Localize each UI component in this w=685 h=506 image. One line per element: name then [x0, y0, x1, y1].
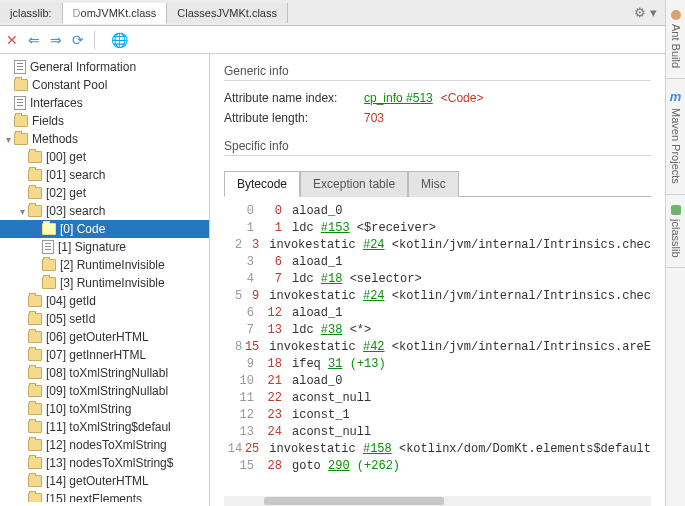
- folder-icon: [14, 133, 28, 145]
- horizontal-scrollbar[interactable]: [224, 496, 651, 506]
- bc-offset: 23: [254, 407, 284, 424]
- tree-row[interactable]: Constant Pool: [0, 76, 209, 94]
- bc-offset: 13: [254, 322, 284, 339]
- bc-instruction: invokestatic #42 <kotlin/jvm/internal/In…: [261, 339, 651, 356]
- tree-label: [05] setId: [46, 312, 95, 326]
- file-icon: [14, 60, 26, 74]
- tab-classes-class[interactable]: ClassesJVMKt.class: [167, 3, 288, 23]
- tree-row[interactable]: General Information: [0, 58, 209, 76]
- tree-arrow-icon[interactable]: [2, 134, 14, 145]
- tree-label: [04] getId: [46, 294, 96, 308]
- bc-offset: 24: [254, 424, 284, 441]
- tree-row[interactable]: [10] toXmlString: [0, 400, 209, 418]
- tree-row[interactable]: [15] nextElements: [0, 490, 209, 502]
- tree-row[interactable]: [0] Code: [0, 220, 209, 238]
- bc-ref-link[interactable]: #24: [363, 238, 385, 252]
- attr-name-index-label: Attribute name index:: [224, 91, 364, 105]
- bc-instruction: aload_0: [284, 203, 342, 220]
- bc-comment: <*>: [350, 323, 372, 337]
- tree-row[interactable]: [09] toXmlStringNullabl: [0, 382, 209, 400]
- bc-offset: 1: [254, 220, 284, 237]
- generic-info-title: Generic info: [224, 64, 651, 78]
- tree-row[interactable]: [08] toXmlStringNullabl: [0, 364, 209, 382]
- structure-tree[interactable]: General InformationConstant PoolInterfac…: [0, 58, 209, 502]
- bc-instruction: aconst_null: [284, 390, 371, 407]
- bc-line-num: 15: [224, 458, 254, 475]
- bc-comment: <selector>: [350, 272, 422, 286]
- bc-ref-link[interactable]: #153: [321, 221, 350, 235]
- tree-row[interactable]: [04] getId: [0, 292, 209, 310]
- bc-ref-link[interactable]: #24: [363, 289, 385, 303]
- tree-row[interactable]: [01] search: [0, 166, 209, 184]
- tree-row[interactable]: [12] nodesToXmlString: [0, 436, 209, 454]
- bc-instruction: aload_0: [284, 373, 342, 390]
- bc-line-num: 11: [224, 390, 254, 407]
- tree-label: [14] getOuterHTML: [46, 474, 149, 488]
- close-icon[interactable]: ✕: [6, 32, 18, 48]
- tree-row[interactable]: [14] getOuterHTML: [0, 472, 209, 490]
- bc-line-num: 4: [224, 271, 254, 288]
- attr-name-index-link[interactable]: cp_info #513: [364, 91, 433, 105]
- folder-icon: [28, 331, 42, 343]
- bc-comment: <kotlin/jvm/internal/Intrinsics.chec: [392, 238, 651, 252]
- folder-icon: [28, 439, 42, 451]
- bytecode-row: 23invokestatic #24 <kotlin/jvm/internal/…: [224, 237, 651, 254]
- tree-row[interactable]: Fields: [0, 112, 209, 130]
- bytecode-row: 1528goto 290 (+262): [224, 458, 651, 475]
- bc-line-num: 0: [224, 203, 254, 220]
- tree-row[interactable]: [06] getOuterHTML: [0, 328, 209, 346]
- bc-offset: 22: [254, 390, 284, 407]
- tree-row[interactable]: Interfaces: [0, 94, 209, 112]
- tab-dom-class[interactable]: DomJVMKt.class: [63, 3, 168, 24]
- tree-row[interactable]: [07] getInnerHTML: [0, 346, 209, 364]
- browser-icon[interactable]: 🌐: [111, 32, 128, 48]
- tree-row[interactable]: [13] nodesToXmlString$: [0, 454, 209, 472]
- refresh-icon[interactable]: ⟳: [72, 32, 84, 48]
- folder-icon: [28, 205, 42, 217]
- bytecode-row: 1223iconst_1: [224, 407, 651, 424]
- side-tab-maven[interactable]: mMaven Projects: [666, 79, 685, 195]
- tree-row[interactable]: [00] get: [0, 148, 209, 166]
- tree-row[interactable]: [1] Signature: [0, 238, 209, 256]
- back-icon[interactable]: ⇐: [28, 32, 40, 48]
- tree-label: [01] search: [46, 168, 105, 182]
- tree-row[interactable]: [03] search: [0, 202, 209, 220]
- folder-icon: [28, 151, 42, 163]
- tree-label: [2] RuntimeInvisible: [60, 258, 165, 272]
- bc-ref-link[interactable]: #38: [321, 323, 343, 337]
- bc-instruction: ldc #38 <*>: [284, 322, 371, 339]
- bc-line-num: 7: [224, 322, 254, 339]
- bytecode-row: 713ldc #38 <*>: [224, 322, 651, 339]
- bytecode-row: 59invokestatic #24 <kotlin/jvm/internal/…: [224, 288, 651, 305]
- bc-ref-link[interactable]: 31: [328, 357, 342, 371]
- folder-icon: [42, 277, 56, 289]
- bytecode-view[interactable]: 00aload_011ldc #153 <$receiver>23invokes…: [224, 197, 651, 496]
- tree-arrow-icon[interactable]: [16, 206, 28, 217]
- sub-tab-exception-table[interactable]: Exception table: [300, 171, 408, 197]
- gear-icon[interactable]: ⚙ ▾: [626, 5, 665, 20]
- sub-tab-misc[interactable]: Misc: [408, 171, 459, 197]
- sub-tabs: BytecodeException tableMisc: [224, 170, 651, 197]
- side-tab-jclasslib[interactable]: jclasslib: [666, 195, 685, 269]
- folder-icon: [28, 457, 42, 469]
- forward-icon[interactable]: ⇒: [50, 32, 62, 48]
- tree-row[interactable]: [05] setId: [0, 310, 209, 328]
- bc-ref-link[interactable]: #158: [363, 442, 392, 456]
- bc-ref-link[interactable]: #42: [363, 340, 385, 354]
- tree-label: Fields: [32, 114, 64, 128]
- bc-ref-link[interactable]: 290: [328, 459, 350, 473]
- tree-row[interactable]: [3] RuntimeInvisible: [0, 274, 209, 292]
- bc-line-num: 10: [224, 373, 254, 390]
- folder-icon: [14, 115, 28, 127]
- tree-row[interactable]: Methods: [0, 130, 209, 148]
- tree-row[interactable]: [11] toXmlString$defaul: [0, 418, 209, 436]
- side-tab-ant-build[interactable]: Ant Build: [666, 0, 685, 79]
- sub-tab-bytecode[interactable]: Bytecode: [224, 171, 300, 197]
- tree-row[interactable]: [2] RuntimeInvisible: [0, 256, 209, 274]
- folder-icon: [28, 187, 42, 199]
- tree-row[interactable]: [02] get: [0, 184, 209, 202]
- tree-label: [1] Signature: [58, 240, 126, 254]
- bc-offset: 15: [242, 339, 261, 356]
- bc-ref-link[interactable]: #18: [321, 272, 343, 286]
- tab-jclasslib[interactable]: jclasslib:: [0, 3, 63, 23]
